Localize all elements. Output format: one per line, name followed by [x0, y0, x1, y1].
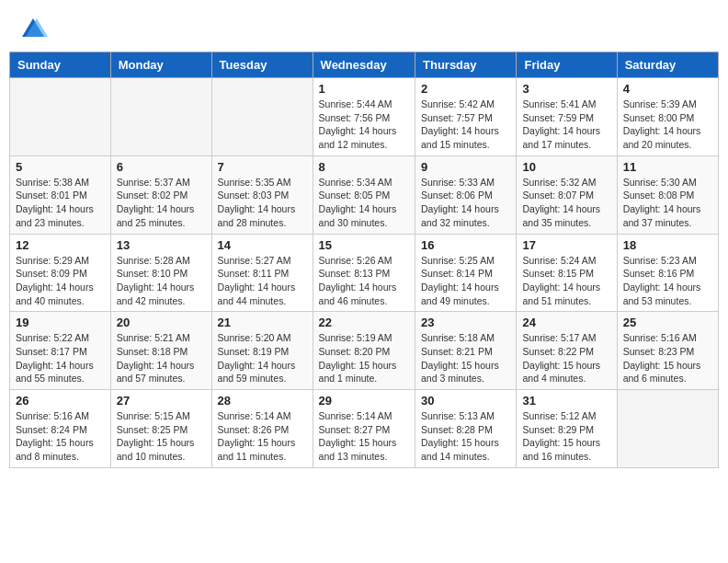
day-info: Sunrise: 5:17 AM Sunset: 8:22 PM Dayligh…: [522, 331, 610, 385]
day-number: 6: [117, 160, 206, 174]
day-info: Sunrise: 5:12 AM Sunset: 8:29 PM Dayligh…: [522, 409, 610, 464]
day-number: 29: [319, 394, 409, 408]
day-number: 16: [421, 238, 510, 252]
weekday-header-friday: Friday: [517, 52, 617, 78]
day-cell: 1Sunrise: 5:44 AM Sunset: 7:56 PM Daylig…: [313, 78, 415, 156]
day-number: 21: [218, 316, 307, 329]
day-number: 7: [218, 160, 307, 174]
day-cell: 30Sunrise: 5:13 AM Sunset: 8:28 PM Dayli…: [415, 390, 517, 468]
calendar-wrapper: SundayMondayTuesdayWednesdayThursdayFrid…: [0, 52, 728, 477]
week-row-5: 26Sunrise: 5:16 AM Sunset: 8:24 PM Dayli…: [10, 390, 719, 468]
day-cell: 22Sunrise: 5:19 AM Sunset: 8:20 PM Dayli…: [313, 312, 415, 390]
day-info: Sunrise: 5:26 AM Sunset: 8:13 PM Dayligh…: [319, 254, 409, 308]
day-cell: [211, 78, 313, 156]
day-cell: 29Sunrise: 5:14 AM Sunset: 8:27 PM Dayli…: [313, 390, 415, 468]
day-info: Sunrise: 5:35 AM Sunset: 8:03 PM Dayligh…: [218, 176, 307, 230]
day-cell: [10, 78, 111, 156]
day-cell: 8Sunrise: 5:34 AM Sunset: 8:05 PM Daylig…: [313, 155, 415, 234]
day-info: Sunrise: 5:38 AM Sunset: 8:01 PM Dayligh…: [16, 176, 105, 230]
day-info: Sunrise: 5:13 AM Sunset: 8:28 PM Dayligh…: [421, 409, 510, 464]
day-cell: 31Sunrise: 5:12 AM Sunset: 8:29 PM Dayli…: [517, 390, 617, 468]
day-cell: 2Sunrise: 5:42 AM Sunset: 7:57 PM Daylig…: [415, 78, 517, 156]
day-cell: 19Sunrise: 5:22 AM Sunset: 8:17 PM Dayli…: [10, 312, 111, 390]
day-cell: 16Sunrise: 5:25 AM Sunset: 8:14 PM Dayli…: [415, 234, 517, 312]
day-info: Sunrise: 5:18 AM Sunset: 8:21 PM Dayligh…: [421, 331, 510, 385]
day-cell: 18Sunrise: 5:23 AM Sunset: 8:16 PM Dayli…: [617, 234, 718, 312]
week-row-4: 19Sunrise: 5:22 AM Sunset: 8:17 PM Dayli…: [10, 312, 719, 390]
day-cell: 14Sunrise: 5:27 AM Sunset: 8:11 PM Dayli…: [211, 234, 313, 312]
day-cell: 23Sunrise: 5:18 AM Sunset: 8:21 PM Dayli…: [415, 312, 517, 390]
day-cell: 9Sunrise: 5:33 AM Sunset: 8:06 PM Daylig…: [415, 155, 517, 234]
day-cell: 17Sunrise: 5:24 AM Sunset: 8:15 PM Dayli…: [517, 234, 617, 312]
day-info: Sunrise: 5:24 AM Sunset: 8:15 PM Dayligh…: [522, 254, 610, 308]
day-info: Sunrise: 5:34 AM Sunset: 8:05 PM Dayligh…: [319, 176, 409, 230]
day-cell: 5Sunrise: 5:38 AM Sunset: 8:01 PM Daylig…: [10, 155, 111, 234]
day-number: 11: [623, 160, 712, 174]
day-number: 20: [117, 316, 206, 329]
day-cell: 25Sunrise: 5:16 AM Sunset: 8:23 PM Dayli…: [617, 312, 718, 390]
week-row-2: 5Sunrise: 5:38 AM Sunset: 8:01 PM Daylig…: [10, 155, 719, 234]
day-info: Sunrise: 5:14 AM Sunset: 8:27 PM Dayligh…: [319, 409, 409, 464]
day-info: Sunrise: 5:19 AM Sunset: 8:20 PM Dayligh…: [319, 331, 409, 385]
day-cell: 7Sunrise: 5:35 AM Sunset: 8:03 PM Daylig…: [211, 155, 313, 234]
logo: [18, 15, 51, 44]
day-number: 3: [522, 82, 610, 96]
day-info: Sunrise: 5:39 AM Sunset: 8:00 PM Dayligh…: [623, 98, 712, 152]
weekday-header-thursday: Thursday: [415, 52, 517, 78]
day-info: Sunrise: 5:14 AM Sunset: 8:26 PM Dayligh…: [218, 409, 307, 464]
day-info: Sunrise: 5:44 AM Sunset: 7:56 PM Dayligh…: [319, 98, 409, 152]
day-cell: [617, 390, 718, 468]
day-number: 9: [421, 160, 510, 174]
day-number: 26: [16, 394, 105, 408]
day-number: 14: [218, 238, 307, 252]
day-number: 10: [522, 160, 610, 174]
day-number: 4: [623, 82, 712, 96]
day-number: 1: [319, 82, 409, 96]
day-number: 30: [421, 394, 510, 408]
day-info: Sunrise: 5:27 AM Sunset: 8:11 PM Dayligh…: [218, 254, 307, 308]
day-info: Sunrise: 5:41 AM Sunset: 7:59 PM Dayligh…: [522, 98, 610, 152]
day-cell: 4Sunrise: 5:39 AM Sunset: 8:00 PM Daylig…: [617, 78, 718, 156]
day-cell: 11Sunrise: 5:30 AM Sunset: 8:08 PM Dayli…: [617, 155, 718, 234]
day-cell: [110, 78, 211, 156]
day-info: Sunrise: 5:16 AM Sunset: 8:24 PM Dayligh…: [16, 409, 105, 464]
day-info: Sunrise: 5:33 AM Sunset: 8:06 PM Dayligh…: [421, 176, 510, 230]
day-number: 5: [16, 160, 105, 174]
day-cell: 6Sunrise: 5:37 AM Sunset: 8:02 PM Daylig…: [110, 155, 211, 234]
day-number: 13: [117, 238, 206, 252]
day-cell: 28Sunrise: 5:14 AM Sunset: 8:26 PM Dayli…: [211, 390, 313, 468]
day-number: 31: [522, 394, 610, 408]
day-number: 19: [16, 316, 105, 329]
day-info: Sunrise: 5:22 AM Sunset: 8:17 PM Dayligh…: [16, 331, 105, 385]
day-cell: 15Sunrise: 5:26 AM Sunset: 8:13 PM Dayli…: [313, 234, 415, 312]
day-info: Sunrise: 5:15 AM Sunset: 8:25 PM Dayligh…: [117, 409, 206, 464]
day-cell: 12Sunrise: 5:29 AM Sunset: 8:09 PM Dayli…: [10, 234, 111, 312]
day-cell: 10Sunrise: 5:32 AM Sunset: 8:07 PM Dayli…: [517, 155, 617, 234]
calendar-table: SundayMondayTuesdayWednesdayThursdayFrid…: [9, 52, 719, 468]
day-info: Sunrise: 5:37 AM Sunset: 8:02 PM Dayligh…: [117, 176, 206, 230]
week-row-3: 12Sunrise: 5:29 AM Sunset: 8:09 PM Dayli…: [10, 234, 719, 312]
weekday-header-wednesday: Wednesday: [313, 52, 415, 78]
day-info: Sunrise: 5:25 AM Sunset: 8:14 PM Dayligh…: [421, 254, 510, 308]
day-info: Sunrise: 5:23 AM Sunset: 8:16 PM Dayligh…: [623, 254, 712, 308]
day-number: 28: [218, 394, 307, 408]
day-number: 12: [16, 238, 105, 252]
day-number: 17: [522, 238, 610, 252]
day-cell: 3Sunrise: 5:41 AM Sunset: 7:59 PM Daylig…: [517, 78, 617, 156]
weekday-header-saturday: Saturday: [617, 52, 718, 78]
day-cell: 27Sunrise: 5:15 AM Sunset: 8:25 PM Dayli…: [110, 390, 211, 468]
day-info: Sunrise: 5:42 AM Sunset: 7:57 PM Dayligh…: [421, 98, 510, 152]
day-info: Sunrise: 5:21 AM Sunset: 8:18 PM Dayligh…: [117, 331, 206, 385]
day-number: 27: [117, 394, 206, 408]
day-number: 18: [623, 238, 712, 252]
day-cell: 24Sunrise: 5:17 AM Sunset: 8:22 PM Dayli…: [517, 312, 617, 390]
day-cell: 26Sunrise: 5:16 AM Sunset: 8:24 PM Dayli…: [10, 390, 111, 468]
day-number: 8: [319, 160, 409, 174]
weekday-header-monday: Monday: [110, 52, 211, 78]
day-info: Sunrise: 5:28 AM Sunset: 8:10 PM Dayligh…: [117, 254, 206, 308]
weekday-header-sunday: Sunday: [10, 52, 111, 78]
day-info: Sunrise: 5:32 AM Sunset: 8:07 PM Dayligh…: [522, 176, 610, 230]
day-number: 23: [421, 316, 510, 329]
week-row-1: 1Sunrise: 5:44 AM Sunset: 7:56 PM Daylig…: [10, 78, 719, 156]
page-header: [0, 0, 728, 52]
